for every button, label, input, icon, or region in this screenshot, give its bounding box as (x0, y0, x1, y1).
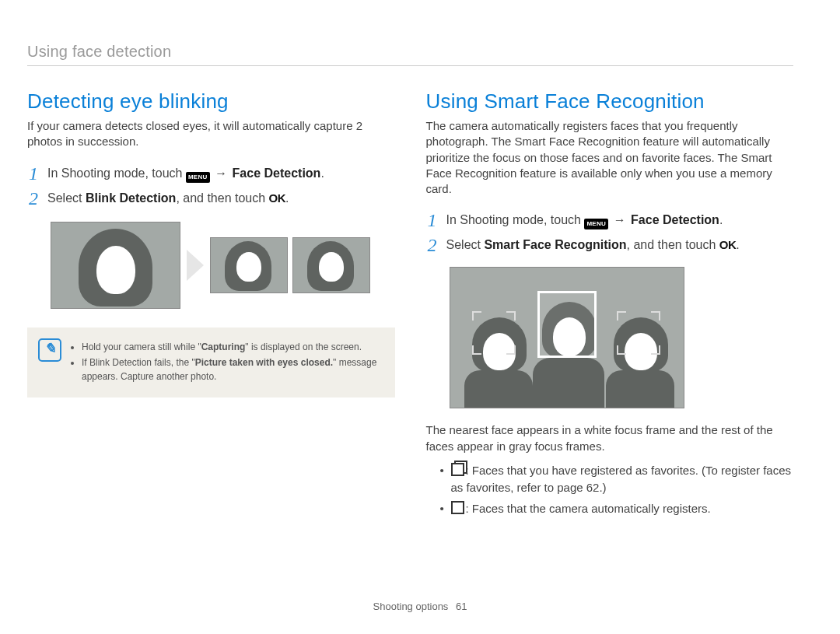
note-item-2: If Blink Detection fails, the "Picture t… (82, 356, 381, 384)
blink-photo-small-1 (210, 237, 288, 293)
focus-frame-gray-right (617, 311, 660, 355)
step-1-bold: Face Detection (233, 166, 321, 180)
page-footer: Shooting options 61 (0, 601, 840, 612)
legend-auto: : Faces that the camera automatically re… (440, 500, 794, 517)
ok-icon: OK (269, 191, 286, 205)
smart-intro: The camera automatically registers faces… (426, 118, 794, 197)
note-item-1: Hold your camera still while "Capturing"… (82, 340, 381, 354)
ok-icon: OK (719, 238, 737, 251)
smart-step-1: 1 In Shooting mode, touch MENU → Face De… (426, 211, 794, 229)
blink-step-1: 1 In Shooting mode, touch MENU → Face De… (27, 164, 395, 183)
section-heading-blink: Detecting eye blinking (27, 89, 395, 114)
step-number-1: 1 (27, 164, 40, 183)
step-1-pre: In Shooting mode, touch (47, 166, 186, 180)
focus-frame-gray-left (472, 311, 516, 355)
frame-legend: : Faces that you have registered as favo… (426, 462, 794, 517)
step-1-text: In Shooting mode, touch MENU → Face Dete… (446, 211, 723, 229)
step-2-text: Select Blink Detection, and then touch O… (47, 189, 289, 208)
step-1-text: In Shooting mode, touch MENU → Face Dete… (47, 164, 324, 183)
note-box: ✎ Hold your camera still while "Capturin… (27, 328, 395, 398)
blink-step-2: 2 Select Blink Detection, and then touch… (27, 189, 395, 208)
divider (27, 65, 793, 66)
note-icon: ✎ (38, 338, 61, 362)
left-column: Detecting eye blinking If your camera de… (27, 89, 395, 522)
smart-step-2: 2 Select Smart Face Recognition, and the… (426, 236, 794, 254)
step-1-post: . (320, 166, 324, 180)
section-heading-smart: Using Smart Face Recognition (426, 89, 794, 114)
step-2-text: Select Smart Face Recognition, and then … (446, 236, 740, 254)
blink-intro: If your camera detects closed eyes, it w… (27, 118, 395, 150)
smart-after-image: The nearest face appears in a white focu… (426, 422, 794, 454)
step-2-post: . (285, 191, 289, 205)
blink-photo-small-2 (292, 237, 370, 293)
svg-marker-0 (187, 250, 204, 281)
step-number-2: 2 (426, 236, 439, 254)
arrow-icon: → (215, 164, 227, 183)
blink-photo-large (51, 222, 180, 309)
two-column-layout: Detecting eye blinking If your camera de… (27, 89, 793, 522)
page-number: 61 (456, 601, 467, 612)
manual-page: Using face detection Detecting eye blink… (0, 0, 840, 634)
focus-frame-white-center (537, 291, 597, 358)
smart-face-illustration (450, 267, 684, 408)
arrow-icon: → (614, 211, 626, 229)
double-square-icon (451, 463, 464, 476)
step-2-pre: Select (47, 191, 86, 205)
single-square-icon (451, 501, 464, 514)
blink-illustration (51, 222, 395, 309)
breadcrumb-text: Using face detection (27, 43, 171, 61)
right-column: Using Smart Face Recognition The camera … (426, 89, 794, 522)
footer-section: Shooting options (373, 601, 449, 612)
step-number-1: 1 (426, 211, 439, 229)
menu-icon: MENU (186, 172, 210, 183)
triangle-arrow-icon (187, 250, 204, 281)
step-2-mid: , and then touch (176, 191, 268, 205)
step-number-2: 2 (27, 189, 40, 208)
legend-favorite: : Faces that you have registered as favo… (440, 462, 794, 496)
breadcrumb: Using face detection (27, 43, 793, 61)
step-2-bold: Blink Detection (86, 191, 176, 205)
menu-icon: MENU (584, 219, 608, 229)
